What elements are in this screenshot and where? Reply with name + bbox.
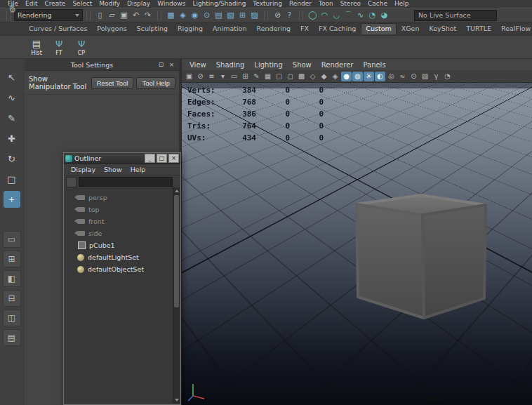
shelf-item-hist[interactable]: ▤ Hist	[27, 39, 46, 56]
quick-help-icon[interactable]: ?	[284, 9, 295, 21]
menu-item[interactable]: Cache	[364, 0, 391, 8]
scrollbar-up-arrow-icon[interactable]	[173, 187, 180, 194]
outliner-item-pcube1[interactable]: pCube1	[65, 239, 173, 251]
snap-to-curve-icon[interactable]: ◈	[177, 9, 189, 21]
grease-pencil-icon[interactable]: ✎	[251, 72, 262, 81]
use-all-lights-icon[interactable]: ☀	[364, 72, 374, 81]
xray-icon[interactable]: ▨	[420, 72, 430, 81]
snap-together-icon[interactable]: ⊞	[237, 9, 248, 21]
render-current-frame-icon[interactable]: ◔	[366, 9, 378, 21]
lasso-select-tool[interactable]: ∿	[4, 89, 20, 106]
rotate-tool[interactable]: ↻	[4, 150, 20, 167]
current-tool-slot[interactable]: ＋	[4, 191, 20, 208]
toolbar-separator[interactable]	[299, 11, 303, 20]
paint-selection-tool[interactable]: ✎	[4, 109, 20, 126]
menu-item[interactable]: Modify	[95, 0, 124, 8]
toolbar-grip[interactable]	[86, 11, 91, 20]
surface-snap-icon[interactable]: ◡	[331, 9, 343, 21]
shelf-tab[interactable]: XGen	[397, 23, 425, 34]
toolbar-separator[interactable]	[157, 11, 161, 20]
open-scene-icon[interactable]: ▱	[106, 9, 118, 21]
viewport-menu-item[interactable]: Lighting	[249, 61, 287, 69]
viewport-menu-item[interactable]: Renderer	[317, 61, 359, 69]
shelf-tab[interactable]: Animation	[208, 23, 251, 34]
menu-item[interactable]: Edit	[22, 0, 41, 8]
outliner-item-side[interactable]: side	[65, 227, 173, 239]
menu-item[interactable]: Toon	[315, 0, 337, 8]
film-gate-icon[interactable]: ▢	[274, 72, 284, 81]
menu-item[interactable]: Texturing	[249, 0, 286, 8]
isolate-select-icon[interactable]: ⊙	[408, 72, 419, 81]
menu-item[interactable]: Windows	[154, 0, 189, 8]
move-tool[interactable]: ✚	[4, 130, 20, 147]
shelf-tab[interactable]: RealFlow	[496, 23, 532, 34]
outliner-search-input[interactable]	[79, 177, 173, 187]
viewport-menu-item[interactable]: Panels	[358, 61, 390, 69]
viewport-menu-item[interactable]: Show	[288, 61, 317, 69]
image-plane-icon[interactable]: ▭	[229, 72, 239, 81]
three-pane-layout-button[interactable]: ◫	[3, 310, 21, 326]
exposure-icon[interactable]: ◔	[442, 72, 453, 81]
menu-item[interactable]: Create	[41, 0, 69, 8]
scale-tool[interactable]: □	[4, 171, 20, 187]
shelf-tab[interactable]: Sculpting	[132, 23, 173, 34]
curve-snap-icon[interactable]: ◠	[319, 9, 331, 21]
viewport-canvas[interactable]: Verts: 384 0 0 Edges: 768 0 0 Faces:	[182, 83, 532, 405]
resolution-gate-icon[interactable]: ◻	[285, 72, 295, 81]
redo-icon[interactable]: ↷	[142, 9, 154, 21]
make-object-live-icon[interactable]: ▧	[225, 9, 237, 21]
2d-pan-zoom-icon[interactable]: ⊞	[240, 72, 251, 81]
snap-to-grid-icon[interactable]: ▦	[165, 9, 177, 21]
shelf-tab[interactable]: KeyShot	[425, 23, 462, 34]
tool-help-button[interactable]: Tool Help	[136, 77, 175, 89]
undo-icon[interactable]: ↶	[130, 9, 142, 21]
outliner-title-bar[interactable]: Outliner _□×	[64, 153, 180, 164]
scrollbar-thumb[interactable]	[174, 195, 179, 307]
edge-snap-icon[interactable]: ⌒	[343, 9, 354, 21]
uv-snap-icon[interactable]: ∿	[354, 9, 366, 21]
outliner-item-defaultlightset[interactable]: defaultLightSet	[65, 251, 173, 263]
shadows-icon[interactable]: ◐	[375, 72, 385, 81]
screen-space-ao-icon[interactable]: ◎	[386, 72, 397, 81]
textured-display-icon[interactable]: ◍	[352, 72, 363, 81]
shaded-display-icon[interactable]: ●	[341, 72, 352, 81]
gamma-correction-icon[interactable]: γ	[431, 72, 441, 81]
select-tool[interactable]: ↖	[4, 69, 20, 86]
shelf-tab[interactable]: Curves / Surfaces	[24, 23, 92, 34]
four-pane-layout-button[interactable]: ⊞	[3, 251, 21, 267]
new-scene-icon[interactable]: ▯	[94, 9, 106, 21]
minimize-button[interactable]: _	[145, 154, 155, 163]
live-surface-field[interactable]: No Live Surface	[414, 10, 497, 21]
snap-to-projected-center-icon[interactable]: ⊙	[201, 9, 213, 21]
toolbar-separator[interactable]	[264, 11, 268, 20]
outliner-persp-layout-button[interactable]: ▤	[3, 329, 21, 346]
outliner-item-top[interactable]: top	[65, 204, 173, 215]
shelf-item-cp[interactable]: Ψ CP	[72, 39, 91, 56]
select-camera-icon[interactable]: ▣	[184, 72, 194, 81]
gate-mask-icon[interactable]: ▩	[296, 72, 307, 81]
scrollbar-down-arrow-icon[interactable]	[173, 397, 180, 404]
construction-history-icon[interactable]: ◯	[307, 9, 319, 21]
ipr-render-icon[interactable]: ◕	[378, 9, 390, 21]
close-button[interactable]: ×	[168, 154, 179, 163]
viewport-menu-item[interactable]: View	[185, 61, 211, 69]
outliner-menu-item[interactable]: Help	[126, 166, 150, 173]
snap-to-view-plane-icon[interactable]: ▤	[213, 9, 225, 21]
snap-to-point-icon[interactable]: ◉	[189, 9, 201, 21]
lock-camera-icon[interactable]: ⊘	[195, 72, 206, 81]
menu-item[interactable]: Display	[124, 0, 154, 8]
motion-blur-icon[interactable]: ≈	[397, 72, 408, 81]
outliner-item-front[interactable]: front	[65, 215, 173, 227]
camera-attributes-icon[interactable]: ≡	[206, 72, 217, 81]
outliner-menu-item[interactable]: Show	[100, 166, 126, 173]
shelf-tab[interactable]: Custom	[361, 23, 396, 34]
float-panel-icon[interactable]: ⊡	[157, 60, 166, 69]
shelf-tab[interactable]: FX Caching	[314, 23, 361, 34]
menu-set-selector[interactable]: Rendering	[14, 9, 83, 21]
outliner-item-defaultobjectset[interactable]: defaultObjectSet	[65, 263, 173, 275]
bookmarks-icon[interactable]: ▾	[218, 72, 228, 81]
lock-selection-icon[interactable]: ⊘	[272, 9, 284, 21]
menu-item[interactable]: Select	[69, 0, 95, 8]
save-scene-icon[interactable]: ▣	[118, 9, 130, 21]
maximize-button[interactable]: □	[157, 154, 167, 163]
